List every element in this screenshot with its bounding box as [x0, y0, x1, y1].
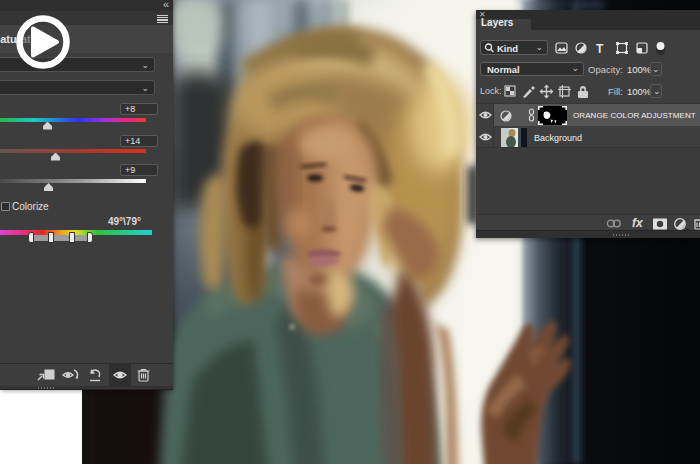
svg-text:T: T [596, 42, 604, 55]
